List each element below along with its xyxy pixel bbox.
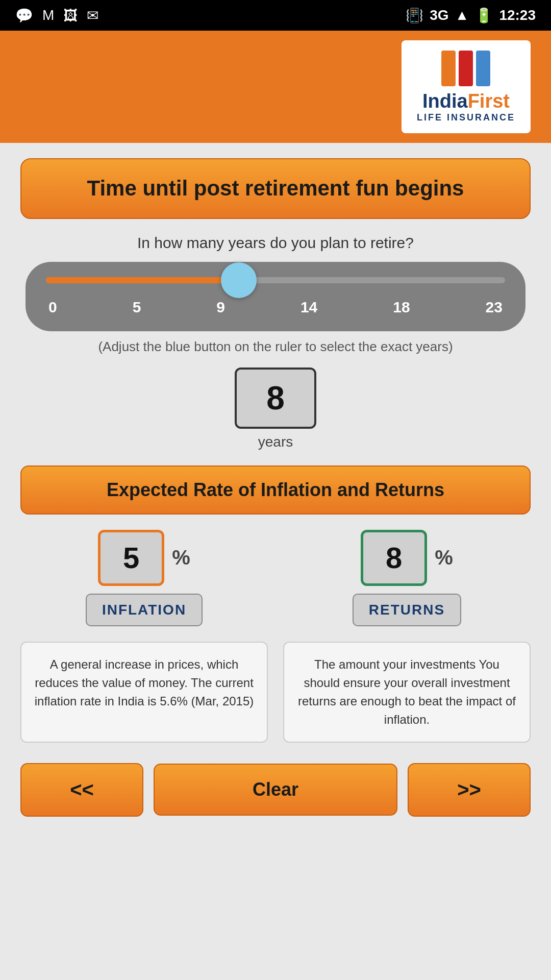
next-button[interactable]: >>	[408, 763, 531, 817]
section-header: Expected Rate of Inflation and Returns	[20, 465, 531, 514]
logo-area: IndiaFirst LIFE INSURANCE	[402, 40, 531, 133]
battery-icon: 🔋	[475, 7, 493, 24]
slider-label-14: 14	[300, 299, 317, 316]
slider-fill	[46, 277, 239, 283]
header-banner: IndiaFirst LIFE INSURANCE	[0, 31, 551, 143]
bottom-buttons: << Clear >>	[20, 763, 531, 817]
slider-label-0: 0	[48, 299, 57, 316]
slider-label-23: 23	[486, 299, 503, 316]
returns-percent: %	[435, 546, 453, 569]
vibrate-icon: 📳	[406, 7, 423, 24]
status-right: 📳 3G ▲ 🔋 12:23	[406, 7, 536, 24]
inflation-label[interactable]: INFLATION	[86, 594, 203, 626]
image-icon: 🖼	[63, 7, 78, 24]
signal-icon: ▲	[455, 7, 469, 23]
main-content: Time until post retirement fun begins In…	[0, 143, 551, 832]
logo-flag	[441, 51, 490, 86]
status-icons: 💬 M 🖼 ✉	[15, 7, 98, 24]
returns-desc: The amount your investments You should e…	[283, 642, 531, 743]
retire-subtitle: In how many years do you plan to retire?	[20, 234, 531, 252]
inflation-percent: %	[172, 546, 190, 569]
title-box: Time until post retirement fun begins	[20, 158, 531, 219]
mail-icon: ✉	[87, 7, 98, 24]
inflation-value-box[interactable]: 5	[98, 530, 164, 586]
slider-label-9: 9	[216, 299, 225, 316]
whatsapp-icon: 💬	[15, 7, 33, 24]
flag-red	[459, 51, 473, 86]
slider-container[interactable]: 0 5 9 14 18 23	[26, 262, 525, 331]
gmail-icon: M	[42, 7, 54, 23]
logo-text: IndiaFirst	[422, 90, 510, 112]
inflation-value-row: 5 %	[98, 530, 190, 586]
years-label: years	[258, 434, 293, 450]
time-display: 12:23	[499, 7, 536, 23]
status-bar: 💬 M 🖼 ✉ 📳 3G ▲ 🔋 12:23	[0, 0, 551, 31]
prev-button[interactable]: <<	[20, 763, 143, 817]
rate-cards: 5 % INFLATION 8 % RETURNS	[20, 530, 531, 626]
flag-orange	[441, 51, 456, 86]
desc-cards: A general increase in prices, which redu…	[20, 642, 531, 743]
inflation-desc: A general increase in prices, which redu…	[20, 642, 268, 743]
logo-sub: LIFE INSURANCE	[417, 112, 515, 123]
returns-value-row: 8 %	[361, 530, 453, 586]
slider-track[interactable]	[46, 277, 505, 283]
clear-button[interactable]: Clear	[154, 764, 397, 816]
flag-blue	[476, 51, 490, 86]
returns-label[interactable]: RETURNS	[353, 594, 461, 626]
slider-hint: (Adjust the blue button on the ruler to …	[20, 339, 531, 355]
value-display: 8 years	[20, 368, 531, 450]
section-header-text: Expected Rate of Inflation and Returns	[37, 479, 514, 501]
returns-card: 8 % RETURNS	[283, 530, 531, 626]
slider-label-18: 18	[393, 299, 410, 316]
inflation-card: 5 % INFLATION	[20, 530, 268, 626]
slider-labels: 0 5 9 14 18 23	[46, 299, 505, 316]
logo-first: First	[468, 90, 510, 112]
years-value-box: 8	[235, 368, 316, 429]
network-label: 3G	[430, 7, 448, 23]
slider-label-5: 5	[133, 299, 141, 316]
slider-thumb[interactable]	[221, 262, 257, 298]
logo-india: India	[422, 90, 468, 112]
page-title: Time until post retirement fun begins	[42, 175, 509, 203]
returns-value-box[interactable]: 8	[361, 530, 427, 586]
